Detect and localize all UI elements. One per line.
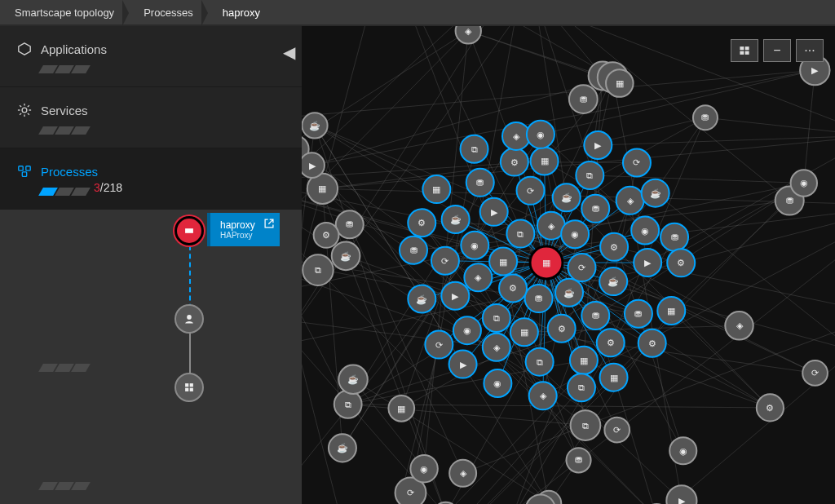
svg-text:▶: ▶ xyxy=(460,360,467,369)
layer-applications[interactable]: Applications xyxy=(0,26,302,87)
open-external-icon[interactable] xyxy=(263,218,275,232)
svg-text:⟳: ⟳ xyxy=(578,263,585,272)
svg-rect-13 xyxy=(185,228,193,233)
breadcrumb-root[interactable]: Smartscape topology xyxy=(0,0,129,24)
svg-text:⧉: ⧉ xyxy=(578,382,585,392)
svg-line-8 xyxy=(20,113,21,115)
svg-line-7 xyxy=(28,113,29,115)
svg-rect-434 xyxy=(745,46,749,50)
svg-text:⛃: ⛃ xyxy=(575,455,582,465)
topology-graph[interactable]: ▦⟳☕⛃⚙▦⧉◈◉☕⛃⚙▦⧉◈◉▶⟳☕⛃⚙⛃⚙▦⧉◈◉▶⟳☕⛃⚙▦⧉◈◉▶⚙▦⧉… xyxy=(302,26,835,504)
smartscape-layer-sidebar: ◀ Applications Services xyxy=(0,26,302,504)
svg-rect-10 xyxy=(19,166,23,170)
layer-label: Processes xyxy=(41,165,98,179)
svg-text:⛃: ⛃ xyxy=(701,113,709,122)
node-tooltip[interactable]: haproxy HAProxy xyxy=(207,213,280,246)
svg-text:⟳: ⟳ xyxy=(811,368,819,378)
svg-text:◈: ◈ xyxy=(627,196,634,206)
host-node[interactable] xyxy=(175,304,204,334)
svg-text:⛃: ⛃ xyxy=(476,178,484,188)
svg-text:▦: ▦ xyxy=(610,373,618,382)
svg-text:⟳: ⟳ xyxy=(633,157,640,167)
svg-rect-16 xyxy=(190,383,193,387)
svg-text:▦: ▦ xyxy=(616,78,624,88)
svg-text:⚙: ⚙ xyxy=(322,230,330,240)
tiles-button[interactable] xyxy=(731,39,758,62)
collapse-sidebar-icon[interactable]: ◀ xyxy=(283,42,295,62)
svg-text:☕: ☕ xyxy=(347,374,359,385)
svg-text:⛃: ⛃ xyxy=(671,232,678,242)
svg-text:⚙: ⚙ xyxy=(558,324,566,334)
svg-text:▶: ▶ xyxy=(678,496,686,504)
svg-text:◈: ◈ xyxy=(460,468,467,478)
svg-text:▦: ▦ xyxy=(580,356,588,365)
selected-process-node[interactable] xyxy=(175,216,204,245)
svg-text:◈: ◈ xyxy=(548,221,555,231)
svg-text:▶: ▶ xyxy=(309,161,316,170)
svg-text:☕: ☕ xyxy=(340,250,351,262)
svg-rect-15 xyxy=(185,383,188,387)
svg-text:▦: ▦ xyxy=(520,327,528,337)
svg-line-93 xyxy=(312,70,815,165)
svg-point-14 xyxy=(187,315,192,320)
zoom-out-button[interactable]: − xyxy=(763,39,791,62)
svg-text:◈: ◈ xyxy=(475,272,482,282)
svg-text:☕: ☕ xyxy=(607,276,619,287)
svg-text:⛃: ⛃ xyxy=(786,196,793,206)
svg-line-159 xyxy=(705,117,835,136)
svg-text:▶: ▶ xyxy=(452,291,459,301)
svg-text:☕: ☕ xyxy=(416,294,427,305)
svg-text:⛃: ⛃ xyxy=(634,309,642,319)
svg-text:⟳: ⟳ xyxy=(407,488,414,497)
svg-text:⛃: ⛃ xyxy=(592,204,599,214)
svg-text:⟳: ⟳ xyxy=(441,256,448,266)
svg-text:⛃: ⛃ xyxy=(535,294,542,303)
svg-text:◉: ◉ xyxy=(420,464,428,474)
layer-services[interactable]: Services xyxy=(0,87,302,148)
svg-text:⟳: ⟳ xyxy=(527,186,534,196)
svg-line-183 xyxy=(804,70,815,183)
svg-line-170 xyxy=(302,70,815,122)
svg-line-142 xyxy=(671,311,770,408)
graph-toolbar: − ··· xyxy=(731,39,824,62)
svg-text:⚙: ⚙ xyxy=(509,283,517,293)
svg-text:◉: ◉ xyxy=(471,241,479,250)
layer-processes[interactable]: Processes 3/218 xyxy=(0,148,302,210)
breadcrumb-level[interactable]: Processes xyxy=(129,0,208,24)
svg-line-92 xyxy=(590,175,803,183)
svg-text:◈: ◈ xyxy=(465,26,472,36)
svg-text:▦: ▦ xyxy=(432,184,440,194)
svg-marker-0 xyxy=(19,43,30,55)
svg-rect-12 xyxy=(22,172,26,176)
breadcrumb-current: haproxy xyxy=(208,0,275,24)
svg-text:◉: ◉ xyxy=(641,226,649,236)
svg-text:◉: ◉ xyxy=(493,378,501,388)
breadcrumb: Smartscape topology Processes haproxy xyxy=(0,0,835,26)
svg-text:⛃: ⛃ xyxy=(580,95,587,104)
more-button[interactable]: ··· xyxy=(796,39,824,62)
svg-text:◈: ◈ xyxy=(493,343,501,352)
svg-text:⛃: ⛃ xyxy=(346,219,353,229)
svg-line-9 xyxy=(28,105,29,107)
svg-point-1 xyxy=(22,108,27,113)
svg-line-112 xyxy=(386,26,612,77)
svg-text:☕: ☕ xyxy=(450,214,462,225)
svg-text:⧉: ⧉ xyxy=(471,144,478,154)
svg-rect-436 xyxy=(745,51,749,55)
svg-text:⛃: ⛃ xyxy=(592,311,599,321)
svg-rect-433 xyxy=(740,46,744,50)
svg-text:▦: ▦ xyxy=(541,156,549,166)
svg-text:⧉: ⧉ xyxy=(493,313,500,323)
tooltip-title: haproxy xyxy=(220,219,255,231)
svg-line-121 xyxy=(598,135,835,145)
svg-text:⛃: ⛃ xyxy=(410,245,418,255)
svg-text:⚙: ⚙ xyxy=(766,403,774,413)
tooltip-subtitle: HAProxy xyxy=(220,231,255,240)
svg-line-108 xyxy=(353,379,424,469)
svg-text:◈: ◈ xyxy=(736,321,744,330)
svg-text:⧉: ⧉ xyxy=(315,265,321,275)
datacenter-node[interactable] xyxy=(175,373,204,402)
layer-label: Services xyxy=(41,104,88,117)
svg-text:⟳: ⟳ xyxy=(435,340,443,350)
svg-rect-435 xyxy=(740,51,744,55)
